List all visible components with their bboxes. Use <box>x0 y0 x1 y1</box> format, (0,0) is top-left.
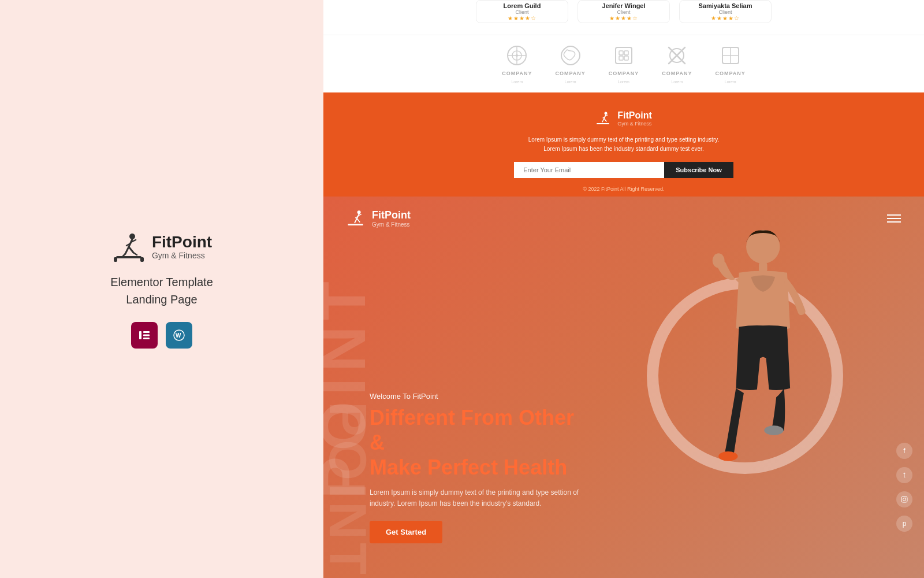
newsletter-copyright: © 2022 FitPoint All Right Reserved. <box>583 186 664 192</box>
svg-rect-13 <box>143 335 150 336</box>
partner-label-4: COMPANY <box>662 71 692 76</box>
social-icons-panel: f t p <box>896 443 912 532</box>
svg-line-37 <box>602 118 604 122</box>
newsletter-email-input[interactable] <box>514 162 664 178</box>
newsletter-form[interactable]: Subscribe Now <box>514 162 733 178</box>
hero-title: Different From Other & Make Perfect Heal… <box>370 405 589 480</box>
logo-inline: FitPoint Gym & Fitness <box>111 229 212 264</box>
testimonial-section: Lorem Guild Client ★★★★☆ Jenifer Wingel … <box>323 0 924 35</box>
svg-text:W: W <box>176 332 181 339</box>
partner-item-2: COMPANY Lorem <box>555 44 585 84</box>
hero-logo-icon <box>346 208 367 229</box>
fitpoint-logo-icon <box>111 229 146 264</box>
wordpress-icon: W <box>172 328 186 342</box>
testimonial-card-1: Lorem Guild Client ★★★★☆ <box>476 0 568 23</box>
svg-line-10 <box>133 253 137 255</box>
left-panel: FitPoint Gym & Fitness Elementor Templat… <box>0 0 323 578</box>
logo-text-block: FitPoint Gym & Fitness <box>152 234 212 261</box>
newsletter-logo-title: FitPoint <box>617 110 652 121</box>
newsletter-logo-icon <box>595 110 613 127</box>
partner-label-1: COMPANY <box>502 71 532 76</box>
template-label: Elementor Template Landing Page <box>110 273 213 308</box>
hero-nav-logo-sub: Gym & Fitness <box>372 221 411 228</box>
right-panel: Lorem Guild Client ★★★★☆ Jenifer Wingel … <box>323 0 924 578</box>
newsletter-logo: FitPoint Gym & Fitness <box>595 110 652 127</box>
svg-rect-23 <box>619 51 623 55</box>
pinterest-icon[interactable]: p <box>896 516 912 532</box>
testimonial-card-3: Samiyakta Seliam Client ★★★★☆ <box>679 0 772 23</box>
partner-item-1: COMPANY Lorem <box>502 44 532 84</box>
svg-rect-52 <box>901 497 907 502</box>
svg-rect-1 <box>114 257 117 262</box>
svg-point-50 <box>718 451 737 461</box>
svg-point-21 <box>516 54 518 57</box>
hero-nav-logo-title: FitPoint <box>372 209 411 221</box>
svg-line-38 <box>604 118 606 121</box>
partner-label-5: COMPANY <box>716 71 746 76</box>
partner-icon-1 <box>505 44 528 67</box>
hero-nav: FitPoint Gym & Fitness <box>323 197 924 240</box>
svg-line-7 <box>125 247 129 254</box>
svg-point-49 <box>713 253 725 268</box>
svg-rect-0 <box>116 256 141 258</box>
partner-sub-5: Lorem <box>725 80 736 84</box>
partner-item-5: COMPANY Lorem <box>716 44 746 84</box>
hero-athlete-area <box>635 220 855 555</box>
icon-badges: W <box>131 322 192 349</box>
svg-point-51 <box>764 425 783 435</box>
testimonial-stars-2: ★★★★☆ <box>609 15 638 21</box>
testimonial-stars-1: ★★★★☆ <box>508 15 536 21</box>
facebook-icon[interactable]: f <box>896 443 912 459</box>
partner-item-3: COMPANY Lorem <box>609 44 639 84</box>
testimonial-stars-3: ★★★★☆ <box>711 15 740 21</box>
partner-icon-2 <box>559 44 582 67</box>
svg-rect-11 <box>139 331 141 339</box>
testimonial-name-1: Lorem Guild <box>504 2 541 9</box>
hamburger-menu[interactable] <box>887 214 901 223</box>
svg-line-9 <box>123 254 125 256</box>
partner-sub-2: Lorem <box>565 80 576 84</box>
instagram-icon[interactable] <box>896 491 912 507</box>
testimonial-role-3: Client <box>718 9 732 15</box>
partners-section: COMPANY Lorem COMPANY Lorem COMPANY Lore… <box>323 35 924 92</box>
svg-rect-22 <box>616 47 632 64</box>
testimonial-name-3: Samiyakta Seliam <box>699 2 752 9</box>
svg-rect-25 <box>619 56 623 60</box>
hero-cta-button[interactable]: Get Started <box>370 521 442 543</box>
logo-subtitle: Gym & Fitness <box>152 251 212 260</box>
partner-item-4: COMPANY Lorem <box>662 44 692 84</box>
partner-sub-4: Lorem <box>671 80 683 84</box>
svg-rect-2 <box>140 257 144 262</box>
newsletter-description: Lorem Ipsum is simply dummy text of the … <box>528 135 720 154</box>
newsletter-logo-sub: Gym & Fitness <box>617 121 652 127</box>
svg-rect-26 <box>624 56 628 60</box>
elementor-icon <box>137 328 151 342</box>
hero-content: Welcome To FitPoint Different From Other… <box>370 392 589 543</box>
svg-rect-24 <box>624 51 628 55</box>
partner-sub-1: Lorem <box>511 80 523 84</box>
newsletter-subscribe-button[interactable]: Subscribe Now <box>664 162 733 178</box>
newsletter-section: FitPoint Gym & Fitness Lorem Ipsum is si… <box>323 92 924 197</box>
partner-icon-3 <box>612 44 635 67</box>
hero-section: FitPoint Gym & Fitness POINT POINT Welco… <box>323 197 924 578</box>
svg-rect-14 <box>143 338 150 339</box>
partner-icon-5 <box>719 44 742 67</box>
svg-point-54 <box>906 498 907 499</box>
partner-icon-4 <box>665 44 688 67</box>
partner-label-2: COMPANY <box>555 71 585 76</box>
logo-area: FitPoint Gym & Fitness Elementor Templat… <box>110 229 213 349</box>
svg-line-44 <box>355 218 357 223</box>
testimonial-name-2: Jenifer Wingel <box>602 2 645 9</box>
testimonial-card-2: Jenifer Wingel Client ★★★★☆ <box>578 0 670 23</box>
logo-title: FitPoint <box>152 234 212 251</box>
svg-rect-39 <box>597 123 609 124</box>
svg-line-45 <box>357 218 360 222</box>
hero-nav-logo: FitPoint Gym & Fitness <box>346 208 411 229</box>
svg-line-8 <box>129 247 133 253</box>
hero-description: Lorem Ipsum is simply dummy text of the … <box>370 487 589 509</box>
twitter-icon[interactable]: t <box>896 467 912 483</box>
svg-point-53 <box>903 498 906 501</box>
partner-sub-3: Lorem <box>618 80 629 84</box>
partner-label-3: COMPANY <box>609 71 639 76</box>
testimonial-role-2: Client <box>617 9 630 15</box>
